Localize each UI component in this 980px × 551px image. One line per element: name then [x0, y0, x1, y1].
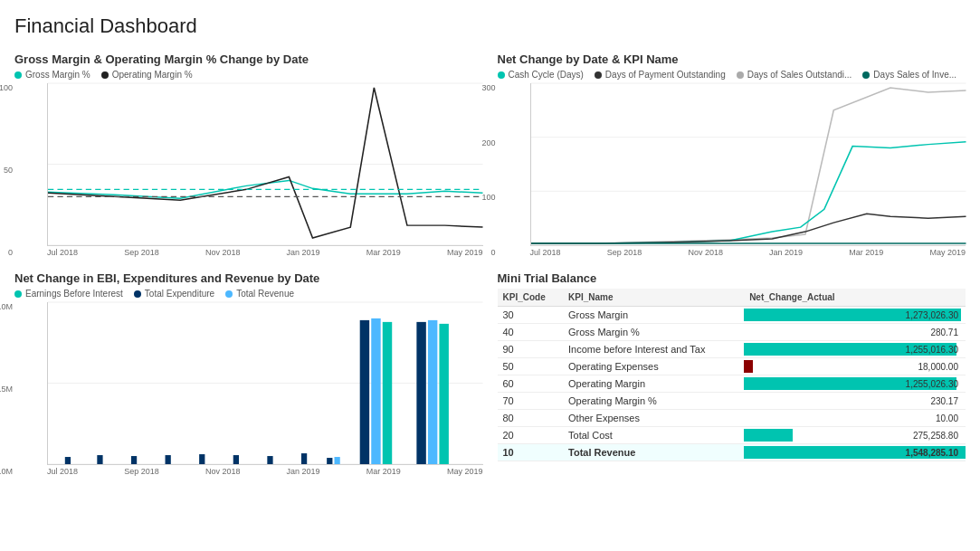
legend-ebi: Earnings Before Interest [14, 289, 123, 299]
cell-net-change-value: 230.17 [930, 396, 960, 406]
table-row: 90Income before Interest and Tax1,255,01… [498, 341, 966, 358]
svg-rect-13 [97, 455, 102, 464]
cash-cycle-dot [498, 71, 505, 79]
ebi-svg [48, 302, 483, 464]
ebi-panel: Net Change in EBI, Expenditures and Reve… [14, 271, 483, 476]
cell-kpi-code: 30 [498, 307, 564, 324]
legend-total-rev-label: Total Revenue [236, 289, 294, 299]
table-row: 40Gross Margin %280.71 [498, 324, 966, 341]
legend-total-exp-label: Total Expenditure [145, 289, 214, 299]
net-change-kpi-legend: Cash Cycle (Days) Days of Payment Outsta… [498, 70, 966, 80]
svg-rect-25 [439, 324, 448, 464]
legend-gross-margin: Gross Margin % [14, 70, 90, 80]
svg-rect-24 [428, 320, 437, 464]
cell-kpi-name: Gross Margin [563, 307, 744, 324]
gross-margin-chart-wrapper: 100500 Jul 201 [14, 83, 483, 257]
legend-operating-margin-label: Operating Margin % [112, 70, 193, 80]
sales-outstanding-dot [737, 71, 744, 79]
net-change-kpi-title: Net Change by Date & KPI Name [498, 52, 966, 66]
ebi-title: Net Change in EBI, Expenditures and Reve… [14, 271, 483, 285]
total-rev-dot [225, 290, 233, 298]
gross-margin-title: Gross Margin & Operating Margin % Change… [14, 52, 483, 66]
cell-net-change-value: 1,548,285.10 [906, 448, 960, 458]
ebi-x-labels: Jul 2018Sep 2018Nov 2018Jan 2019Mar 2019… [47, 465, 483, 476]
gross-margin-panel: Gross Margin & Operating Margin % Change… [14, 52, 483, 257]
cell-net-change-value: 280.71 [930, 328, 960, 337]
cell-net-change-value: 1,255,016.30 [906, 345, 960, 355]
svg-rect-23 [416, 322, 425, 464]
cell-kpi-name: Income before Interest and Tax [563, 341, 744, 358]
svg-rect-12 [65, 457, 71, 464]
cell-net-change-value: 1,255,026.30 [906, 379, 960, 389]
mini-trial-balance-title: Mini Trial Balance [498, 271, 966, 285]
gross-margin-chart-area [47, 83, 483, 246]
cell-kpi-code: 90 [498, 341, 564, 358]
cell-net-change: 230.17 [744, 393, 966, 410]
total-exp-dot [134, 290, 141, 298]
svg-rect-27 [335, 457, 340, 464]
cell-kpi-code: 10 [498, 444, 564, 461]
net-change-kpi-svg [531, 83, 966, 245]
svg-rect-22 [383, 322, 392, 464]
legend-payment-outstanding: Days of Payment Outstanding [595, 70, 726, 80]
svg-rect-26 [327, 458, 332, 464]
legend-total-rev: Total Revenue [225, 289, 294, 299]
gross-margin-dot [14, 71, 22, 79]
net-change-kpi-panel: Net Change by Date & KPI Name Cash Cycle… [498, 52, 966, 257]
mini-trial-balance-panel: Mini Trial Balance KPI_Code KPI_Name Net… [498, 271, 966, 476]
table-row: 20Total Cost275,258.80 [498, 427, 966, 444]
net-change-kpi-chart-area [530, 83, 966, 246]
cell-net-change: 1,255,026.30 [744, 375, 966, 393]
cell-kpi-name: Operating Margin [563, 375, 744, 393]
mini-trial-balance-table-wrapper: KPI_Code KPI_Name Net_Change_Actual 30Gr… [498, 289, 966, 461]
mini-trial-balance-table: KPI_Code KPI_Name Net_Change_Actual 30Gr… [498, 289, 966, 461]
ebi-chart-area [47, 302, 483, 465]
svg-rect-17 [233, 455, 239, 464]
legend-days-sales-inv: Days Sales of Inve... [862, 70, 956, 80]
cell-kpi-name: Operating Expenses [563, 358, 744, 375]
cell-kpi-name: Total Revenue [563, 444, 744, 461]
table-row: 60Operating Margin1,255,026.30 [498, 375, 966, 393]
net-change-kpi-y-labels: 3002001000 [469, 83, 496, 257]
legend-sales-outstanding: Days of Sales Outstandi... [737, 70, 852, 80]
ebi-chart-wrapper: 1.0M0.5M0.0M [14, 302, 483, 476]
legend-gross-margin-label: Gross Margin % [25, 70, 90, 80]
net-change-kpi-chart-wrapper: 3002001000 Jul [498, 83, 966, 257]
legend-sales-outstanding-label: Days of Sales Outstandi... [747, 70, 852, 80]
cell-kpi-name: Gross Margin % [563, 324, 744, 341]
svg-rect-21 [371, 318, 380, 464]
gross-margin-legend: Gross Margin % Operating Margin % [14, 70, 483, 80]
legend-cash-cycle: Cash Cycle (Days) [498, 70, 584, 80]
ebi-legend: Earnings Before Interest Total Expenditu… [14, 289, 483, 299]
net-change-kpi-x-labels: Jul 2018Sep 2018Nov 2018Jan 2019Mar 2019… [530, 246, 966, 257]
gross-margin-x-labels: Jul 2018Sep 2018Nov 2018Jan 2019Mar 2019… [47, 246, 483, 257]
table-header-row: KPI_Code KPI_Name Net_Change_Actual [498, 289, 966, 307]
cell-kpi-name: Other Expenses [563, 410, 744, 427]
cell-net-change: 1,548,285.10 [744, 444, 966, 461]
table-row: 30Gross Margin1,273,026.30 [498, 307, 966, 324]
days-sales-inv-dot [862, 71, 870, 79]
cell-kpi-code: 60 [498, 375, 564, 393]
col-kpi-name: KPI_Name [563, 289, 744, 307]
legend-total-exp: Total Expenditure [134, 289, 214, 299]
svg-rect-20 [360, 320, 369, 464]
cell-kpi-name: Total Cost [563, 427, 744, 444]
col-kpi-code: KPI_Code [498, 289, 564, 307]
table-row: 10Total Revenue1,548,285.10 [498, 444, 966, 461]
table-row: 70Operating Margin %230.17 [498, 393, 966, 410]
page-title: Financial Dashboard [14, 14, 966, 38]
cell-net-change-value: 275,258.80 [913, 431, 960, 441]
col-net-change: Net_Change_Actual [744, 289, 966, 307]
gross-margin-svg [48, 83, 483, 245]
cell-net-change: 1,255,016.30 [744, 341, 966, 358]
cell-kpi-name: Operating Margin % [563, 393, 744, 410]
cell-kpi-code: 70 [498, 393, 564, 410]
legend-operating-margin: Operating Margin % [101, 70, 193, 80]
cell-kpi-code: 80 [498, 410, 564, 427]
payment-outstanding-dot [595, 71, 602, 79]
svg-rect-15 [166, 455, 171, 464]
cell-net-change-value: 1,273,026.30 [906, 310, 960, 320]
cell-net-change: 10.00 [744, 410, 966, 427]
table-row: 80Other Expenses10.00 [498, 410, 966, 427]
svg-rect-16 [199, 454, 205, 464]
